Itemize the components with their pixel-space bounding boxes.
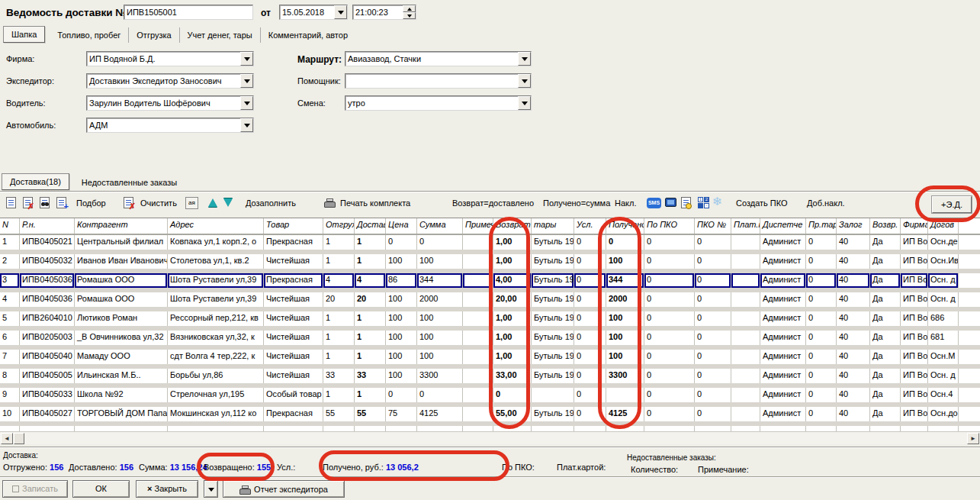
document-smiley-icon[interactable] [681,197,693,209]
table-cell[interactable]: Осн. д [928,292,959,307]
table-cell[interactable] [463,292,493,307]
table-cell[interactable]: Да [870,254,901,269]
table-cell[interactable]: 86 [386,273,417,288]
search-icon[interactable] [40,197,52,209]
table-cell[interactable]: 0 [644,235,695,250]
table-row[interactable]: 1ИПВ0405021Центральный филиалКовпака ул,… [0,235,980,254]
table-cell[interactable]: 0 [695,292,731,307]
table-cell[interactable]: 0 [695,273,731,288]
table-cell[interactable]: 55 [355,407,386,421]
table-cell[interactable]: ИП Во [901,407,928,421]
car-dropdown-button[interactable] [240,118,253,132]
table-cell[interactable]: 40 [837,292,870,307]
table-cell[interactable]: ИП Во [901,331,928,345]
column-header[interactable]: Возвр. [870,218,901,234]
table-cell[interactable] [463,369,493,383]
date-value[interactable]: 15.05.2018 [280,5,334,19]
table-cell[interactable]: 3300 [417,369,463,383]
move-down-icon[interactable] [223,198,236,211]
table-cell[interactable]: 686 [928,311,959,326]
table-cell[interactable]: Шота Руставели ул,39 [168,292,264,307]
table-cell[interactable]: ИПВ0405032 [20,254,75,269]
table-cell[interactable] [463,331,493,345]
nakl-button[interactable]: Накл. [615,198,636,208]
column-header[interactable]: Диспетче [760,218,806,234]
table-cell[interactable] [731,388,760,402]
table-cell[interactable]: 40 [837,311,870,326]
table-cell[interactable]: 4,00 [493,273,532,288]
table-cell[interactable]: 40 [837,388,870,402]
column-header[interactable]: Товар [264,218,323,234]
column-header[interactable]: Сумма [417,218,463,234]
table-cell[interactable]: Ковпака ул,1 корп.2, о [168,235,264,250]
table-cell[interactable]: ИП Во [901,388,928,402]
save-button[interactable]: Записать [2,480,68,498]
table-cell[interactable]: Осн.до [928,407,959,421]
table-cell[interactable]: 1,00 [493,235,532,250]
table-cell[interactable]: 0 [644,254,695,269]
table-cell[interactable]: 0 [644,331,695,345]
add-row-icon[interactable]: + [56,197,69,209]
table-cell[interactable]: Бутыль 19л [532,331,574,345]
table-cell[interactable]: 100 [606,331,644,345]
table-cell[interactable]: _В Овчинникова ул,32 [75,331,168,345]
table-cell[interactable] [731,331,760,345]
table-cell[interactable]: Админист [760,331,806,345]
table-cell[interactable]: 0 [644,292,695,307]
table-cell[interactable]: ИПВ2604010 [20,311,75,326]
column-header[interactable]: Залог [837,218,870,234]
date-picker[interactable]: 15.05.2018 [279,5,348,20]
table-row[interactable]: 2ИПВ0405032Иванов Иван ИвановичСтолетова… [0,254,980,273]
close-button[interactable]: × Закрыть [136,480,198,498]
expeditor-dropdown-button[interactable] [240,74,253,88]
received-eq-sum-button[interactable]: Получено=сумма [543,198,610,208]
table-cell[interactable]: 55 [323,407,355,421]
table-cell[interactable]: Борьбы ул,86 [168,369,264,383]
table-cell[interactable]: 1 [323,350,355,364]
ok-button[interactable]: ОК [72,480,130,498]
table-cell[interactable]: 1,00 [493,331,532,345]
table-row[interactable]: 10ИПВ0405027ТОРГОВЫЙ ДОМ ПапанМокшинская… [0,407,980,426]
table-cell[interactable]: 0 [574,331,606,345]
car-combo[interactable]: АДМ [86,118,254,133]
column-header[interactable]: N [0,218,20,234]
table-cell[interactable]: 1 [323,311,355,326]
table-cell[interactable]: Чистейшая [264,350,323,364]
table-cell[interactable]: 0 [386,235,417,250]
expeditor-value[interactable]: Доставкин Экспедитор Заносович [87,74,240,88]
time-spin-buttons[interactable] [403,5,416,19]
table-cell[interactable]: Админист [760,407,806,421]
clear-button[interactable]: Очистить [140,198,177,208]
table-cell[interactable]: Админист [760,369,806,383]
table-cell[interactable]: 0 [695,388,731,402]
column-header[interactable]: Примечани [463,218,493,234]
table-cell[interactable]: Школа №92 [75,388,168,402]
table-cell[interactable]: 40 [837,235,870,250]
table-cell[interactable]: 2 [0,254,20,269]
table-cell[interactable]: 1 [355,350,386,364]
clear-icon[interactable]: ✗ [124,197,136,209]
close-dropdown-button[interactable] [204,480,218,498]
table-cell[interactable]: 40 [837,331,870,345]
table-cell[interactable]: Особый товар с дл [264,388,323,402]
table-cell[interactable]: ИПВ0405036 [20,292,75,307]
table-cell[interactable]: Иванов Иван Иванович [75,254,168,269]
table-cell[interactable]: Админист [760,254,806,269]
table-cell[interactable]: Вязниковская ул,32, к [168,331,264,345]
table-cell[interactable]: 20 [355,292,386,307]
scroll-left-icon[interactable]: ◄ [1,433,13,444]
scroll-right-icon[interactable]: ► [967,433,979,444]
shift-value[interactable]: утро [345,96,518,110]
snowflake-icon[interactable]: ❄ [712,195,725,208]
table-cell[interactable]: 4125 [606,407,644,421]
tab-shipment[interactable]: Отгрузка [129,27,179,43]
table-cell[interactable]: 0 [806,407,837,421]
table-cell[interactable]: 0 [806,292,837,307]
table-cell[interactable]: 0 [417,235,463,250]
table-cell[interactable] [731,235,760,250]
table-cell[interactable]: 0 [644,311,695,326]
tab-shapka[interactable]: Шапка [3,26,45,43]
monitor-icon[interactable] [665,197,677,209]
column-header[interactable]: Пр.тара [806,218,837,234]
table-cell[interactable]: Бутыль 19л [532,254,574,269]
